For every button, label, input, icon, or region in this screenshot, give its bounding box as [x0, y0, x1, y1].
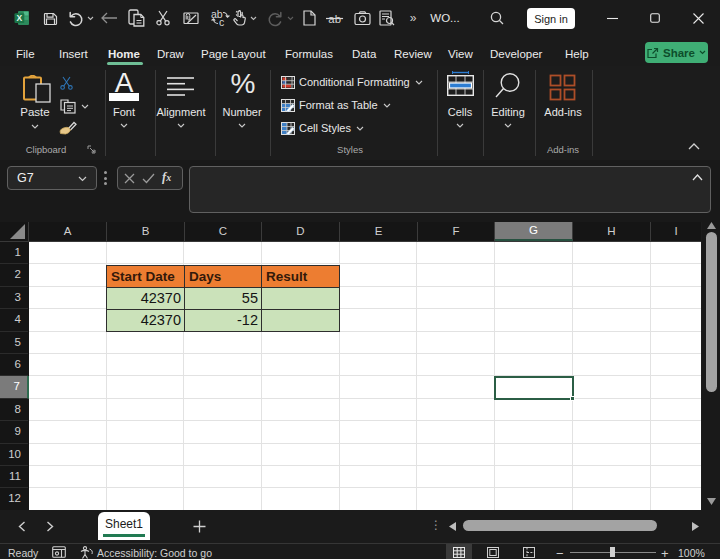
svg-text:X: X — [17, 13, 23, 23]
svg-text:c: c — [219, 16, 224, 27]
